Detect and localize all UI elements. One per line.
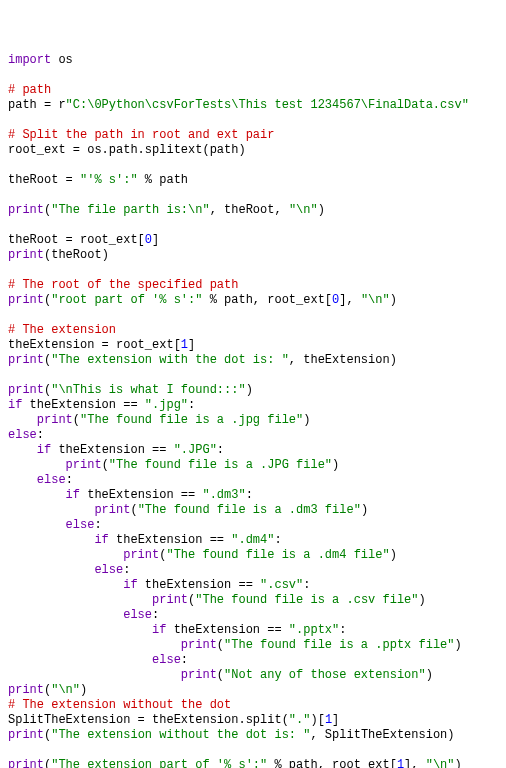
string-literal: "The found file is a .dm4 file" (166, 548, 389, 562)
code-text: ] (188, 338, 195, 352)
code-text: , SplitTheExtension) (310, 728, 454, 742)
code-text: theRoot = root_ext[ (8, 233, 145, 247)
string-literal: "Not any of those extension" (224, 668, 426, 682)
string-literal: "The found file is a .jpg file" (80, 413, 303, 427)
code-text: ] (332, 713, 339, 727)
string-literal: "\n" (361, 293, 390, 307)
string-literal: "The found file is a .JPG file" (109, 458, 332, 472)
keyword-print: print (8, 683, 44, 697)
keyword-print: print (94, 503, 130, 517)
string-literal: "\n" (289, 203, 318, 217)
code-text: ) (455, 758, 462, 768)
keyword-else: else (94, 563, 123, 577)
keyword-print: print (8, 248, 44, 262)
keyword-if: if (8, 398, 22, 412)
indent (8, 533, 94, 547)
indent (8, 488, 66, 502)
indent (8, 623, 152, 637)
code-text: , theExtension) (289, 353, 397, 367)
keyword-if: if (66, 488, 80, 502)
module-name: os (51, 53, 73, 67)
number-literal: 1 (325, 713, 332, 727)
code-text: : (188, 398, 195, 412)
number-literal: 1 (397, 758, 404, 768)
code-text: theExtension == (51, 443, 173, 457)
code-text: : (303, 578, 310, 592)
indent (8, 548, 123, 562)
string-literal: "\nThis is what I found:::" (51, 383, 245, 397)
code-text: ) (426, 668, 433, 682)
code-text: : (274, 533, 281, 547)
code-text: ) (318, 203, 325, 217)
number-literal: 1 (181, 338, 188, 352)
keyword-if: if (123, 578, 137, 592)
code-text: : (94, 518, 101, 532)
string-literal: ".csv" (260, 578, 303, 592)
keyword-else: else (123, 608, 152, 622)
code-text: , theRoot, (210, 203, 289, 217)
number-literal: 0 (145, 233, 152, 247)
indent (8, 578, 123, 592)
code-text: theExtension == (22, 398, 144, 412)
string-literal: "The extension without the dot is: " (51, 728, 310, 742)
string-literal: ".dm3" (202, 488, 245, 502)
keyword-else: else (8, 428, 37, 442)
keyword-print: print (8, 293, 44, 307)
code-text: : (66, 473, 73, 487)
comment: # The extension without the dot (8, 698, 231, 712)
code-text: : (217, 443, 224, 457)
code-text: theExtension = root_ext[ (8, 338, 181, 352)
string-literal: "\n" (426, 758, 455, 768)
code-text: theRoot = (8, 173, 80, 187)
code-text: ) (390, 293, 397, 307)
string-literal: ".dm4" (231, 533, 274, 547)
keyword-print: print (8, 353, 44, 367)
keyword-print: print (8, 758, 44, 768)
indent (8, 413, 37, 427)
code-text: ( (217, 668, 224, 682)
string-literal: ".pptx" (289, 623, 339, 637)
keyword-print: print (181, 638, 217, 652)
code-text: SplitTheExtension = theExtension.split( (8, 713, 289, 727)
code-text: : (37, 428, 44, 442)
keyword-print: print (181, 668, 217, 682)
comment: # The extension (8, 323, 116, 337)
code-text: % path, root_ext[ (267, 758, 397, 768)
string-literal: "\n" (51, 683, 80, 697)
keyword-if: if (37, 443, 51, 457)
code-text: ) (361, 503, 368, 517)
indent (8, 593, 152, 607)
string-literal: "The found file is a .csv file" (195, 593, 418, 607)
code-text: ) (390, 548, 397, 562)
code-text: ) (80, 683, 87, 697)
code-text: theExtension == (138, 578, 260, 592)
code-text: path = r (8, 98, 66, 112)
code-text: : (181, 653, 188, 667)
string-literal: ".jpg" (145, 398, 188, 412)
code-text: ] (152, 233, 159, 247)
code-text: ) (454, 638, 461, 652)
code-text: (theRoot) (44, 248, 109, 262)
string-literal: ".JPG" (174, 443, 217, 457)
keyword-if: if (94, 533, 108, 547)
code-text: ) (419, 593, 426, 607)
indent (8, 653, 152, 667)
code-block: import os # path path = r"C:\0Python\csv… (8, 53, 498, 768)
indent (8, 608, 123, 622)
comment: # The root of the specified path (8, 278, 238, 292)
string-literal: "." (289, 713, 311, 727)
code-text: theExtension == (109, 533, 231, 547)
string-literal: "root part of '% s':" (51, 293, 202, 307)
code-text: )[ (310, 713, 324, 727)
indent (8, 668, 181, 682)
code-text: ) (246, 383, 253, 397)
indent (8, 473, 37, 487)
keyword-print: print (8, 728, 44, 742)
code-text: theExtension == (166, 623, 288, 637)
keyword-print: print (123, 548, 159, 562)
keyword-print: print (8, 383, 44, 397)
indent (8, 458, 66, 472)
keyword-if: if (152, 623, 166, 637)
code-text: ) (303, 413, 310, 427)
code-text: ], (404, 758, 426, 768)
